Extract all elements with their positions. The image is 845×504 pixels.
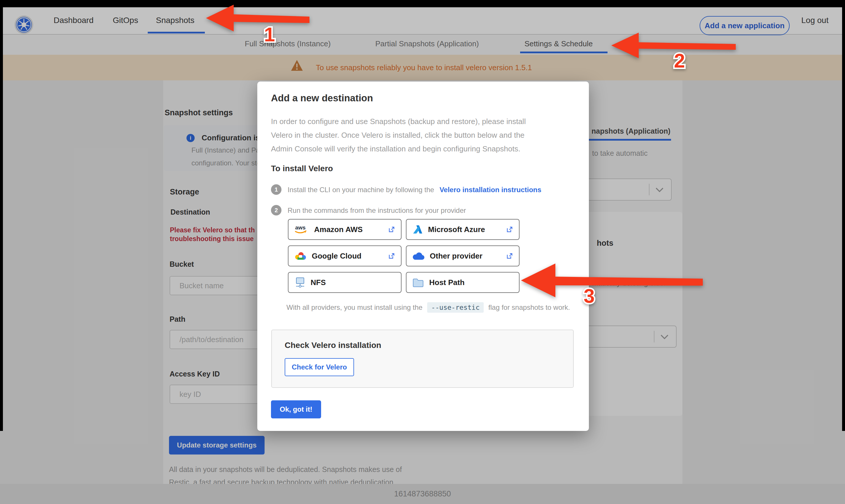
- provider-label: Microsoft Azure: [428, 225, 506, 234]
- modal-body-line1: In order to configure and use Snapshots …: [271, 117, 526, 126]
- external-link-icon: [388, 252, 395, 259]
- nfs-network-icon: [294, 277, 305, 288]
- check-for-velero-button[interactable]: Check for Velero: [285, 358, 354, 376]
- check-velero-card: Check Velero installation Check for Vele…: [271, 329, 574, 388]
- step2-badge: 2: [271, 205, 281, 215]
- restic-flag-chip: --use-restic: [427, 302, 484, 313]
- step1-text: Install the CLI on your machine by follo…: [287, 186, 434, 194]
- google-cloud-logo-icon: [294, 251, 306, 260]
- restic-note-before: With all providers, you must install usi…: [286, 303, 423, 311]
- azure-logo-icon: [412, 225, 423, 234]
- provider-button-aws[interactable]: aws Amazon AWS: [288, 219, 402, 240]
- check-velero-heading: Check Velero installation: [285, 341, 381, 350]
- external-link-icon: [506, 226, 513, 233]
- provider-button-gcp[interactable]: Google Cloud: [288, 246, 402, 266]
- step1-badge: 1: [271, 184, 281, 195]
- modal-body-line2: Velero in the cluster. Once Velero is in…: [271, 131, 525, 140]
- provider-button-hostpath[interactable]: Host Path: [406, 272, 520, 293]
- provider-button-other[interactable]: Other provider: [406, 246, 520, 266]
- external-link-icon: [388, 226, 395, 233]
- velero-install-link[interactable]: Velero installation instructions: [439, 186, 541, 194]
- add-destination-modal: Add a new destination In order to config…: [257, 82, 589, 431]
- svg-text:aws: aws: [295, 224, 306, 231]
- external-link-icon: [506, 252, 513, 259]
- cloud-icon: [412, 252, 425, 260]
- modal-title: Add a new destination: [271, 93, 373, 104]
- admin-console-screen: Full Snapshots (Instance) Partial Snapsh…: [0, 0, 845, 504]
- folder-icon: [412, 278, 424, 287]
- provider-label: Other provider: [430, 252, 506, 260]
- install-velero-heading: To install Velero: [271, 164, 333, 173]
- ok-got-it-button[interactable]: Ok, got it!: [271, 400, 321, 418]
- provider-label: Host Path: [429, 278, 513, 287]
- provider-label: NFS: [311, 278, 395, 287]
- modal-body-line3: Admin Console will verify the installati…: [271, 144, 521, 154]
- provider-button-nfs[interactable]: NFS: [288, 272, 402, 293]
- step2-text: Run the commands from the instructions f…: [287, 206, 466, 215]
- provider-label: Amazon AWS: [314, 225, 388, 234]
- provider-label: Google Cloud: [312, 252, 388, 260]
- provider-button-azure[interactable]: Microsoft Azure: [406, 219, 520, 240]
- aws-logo-icon: aws: [294, 224, 309, 234]
- restic-note-after: flag for snapshots to work.: [488, 303, 570, 311]
